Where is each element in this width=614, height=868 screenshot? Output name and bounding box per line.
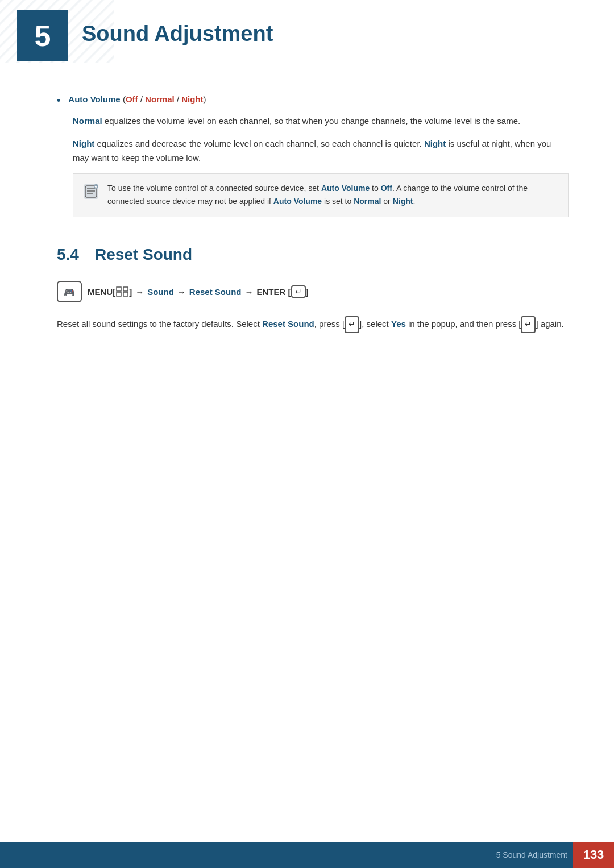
svg-rect-10 (117, 287, 121, 291)
desc-part5: ] again. (536, 319, 563, 329)
note-box: ✎ To use the volume control of a connect… (73, 173, 569, 218)
para-night: Night equalizes and decrease the volume … (73, 136, 569, 165)
desc-part1: Reset all sound settings to the factory … (57, 319, 262, 329)
page-number: 133 (583, 848, 604, 862)
person-icon: 🎮 (64, 287, 75, 298)
option-off: Off (126, 94, 138, 104)
menu-icon-inner: 🎮 (64, 287, 75, 297)
footer-page: 133 (573, 842, 614, 868)
note-night: Night (393, 197, 413, 206)
svg-rect-12 (117, 292, 121, 296)
night-highlight-2: Night (424, 139, 446, 148)
section-5-4-header: 5.4 Reset Sound (57, 246, 569, 264)
night-highlight-1: Night (73, 139, 94, 148)
footer-text: 5 Sound Adjustment (496, 850, 573, 859)
note-part1: To use the volume control of a connected… (107, 184, 321, 193)
menu-icon-box: 🎮 (57, 281, 82, 302)
note-part5: or (381, 197, 392, 206)
chapter-number-block: 5 (17, 10, 68, 61)
note-text: To use the volume control of a connected… (107, 182, 559, 209)
menu-label: MENU[ (88, 287, 115, 297)
menu-reset-sound: Reset Sound (189, 287, 242, 297)
note-icon: ✎ (82, 183, 99, 200)
enter-box: ↵ (291, 285, 306, 298)
enter-label: ENTER [ (257, 287, 291, 297)
chapter-number: 5 (35, 21, 51, 51)
svg-text:✎: ✎ (94, 185, 98, 189)
bullet-content: Auto Volume (Off / Normal / Night) (68, 94, 206, 104)
note-auto-volume1: Auto Volume (321, 184, 370, 193)
note-part4: is set to (322, 197, 354, 206)
desc-part4: in the popup, and then press [ (406, 319, 521, 329)
section-number: 5.4 (57, 246, 79, 264)
para1-after: equalizes the volume level on each chann… (102, 116, 520, 126)
chapter-header: 5 Sound Adjustment (0, 0, 614, 72)
note-part2: to (370, 184, 380, 193)
option-night: Night (181, 94, 203, 104)
enter1-icon: ↵ (349, 318, 355, 331)
note-part6: . (413, 197, 415, 206)
grid-icon (116, 286, 128, 297)
desc-enter1: ↵ (345, 316, 359, 333)
footer: 5 Sound Adjustment 133 (0, 842, 614, 868)
bullet-dot: • (57, 95, 60, 107)
desc-yes: Yes (391, 319, 406, 329)
menu-sound: Sound (147, 287, 174, 297)
arrow-1: → (135, 287, 144, 297)
svg-rect-11 (123, 287, 128, 291)
enter-icon: ↵ (295, 287, 302, 296)
desc-part3: ], select (359, 319, 391, 329)
section-title: Reset Sound (95, 246, 192, 264)
note-auto-volume2: Auto Volume (273, 197, 322, 206)
option-normal: Normal (145, 94, 175, 104)
normal-highlight-1: Normal (73, 116, 102, 126)
enter-close: ] (306, 287, 309, 297)
desc-reset-sound: Reset Sound (262, 319, 314, 329)
bullet-item: • Auto Volume (Off / Normal / Night) (57, 94, 569, 107)
desc-enter2: ↵ (521, 316, 536, 333)
desc-para: Reset all sound settings to the factory … (57, 316, 569, 333)
note-off: Off (381, 184, 392, 193)
para-normal: Normal equalizes the volume level on eac… (73, 114, 569, 128)
auto-volume-label: Auto Volume (68, 94, 120, 104)
svg-rect-13 (123, 292, 128, 296)
note-normal: Normal (354, 197, 381, 206)
chapter-title: Sound Adjustment (68, 10, 273, 46)
arrow-2: → (177, 287, 186, 297)
main-content: • Auto Volume (Off / Normal / Night) Nor… (0, 94, 614, 333)
desc-part2: , press [ (314, 319, 345, 329)
para2-middle: equalizes and decrease the volume level … (94, 139, 424, 148)
arrow-3: → (245, 287, 254, 297)
bullet-section: • Auto Volume (Off / Normal / Night) Nor… (57, 94, 569, 217)
menu-path: 🎮 MENU[ ] → Sound → Reset Sound → ENTER … (57, 281, 569, 302)
enter2-icon: ↵ (525, 318, 532, 331)
menu-close-bracket: ] (129, 287, 132, 297)
